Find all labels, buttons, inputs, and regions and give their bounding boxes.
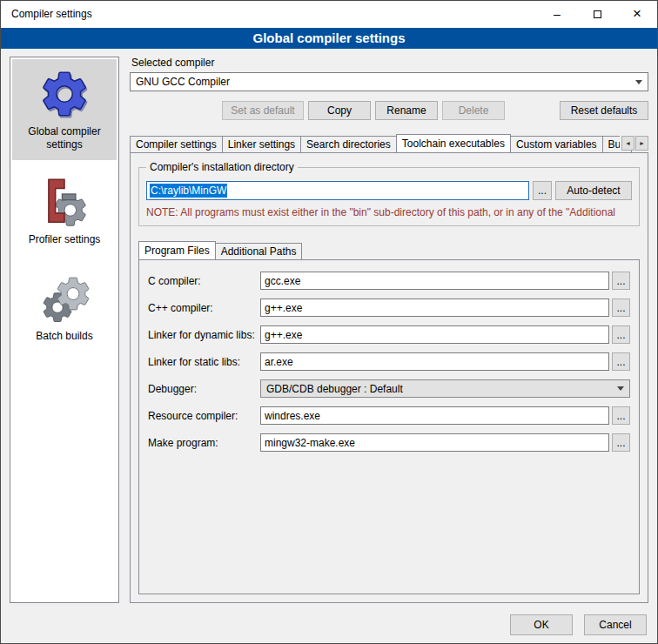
form-row-resource-compiler: Resource compiler: ... <box>148 406 630 425</box>
tab-compiler-settings[interactable]: Compiler settings <box>130 136 223 152</box>
debugger-label: Debugger: <box>148 383 260 395</box>
debugger-value: GDB/CDB debugger : Default <box>266 383 403 395</box>
tab-linker-settings[interactable]: Linker settings <box>222 136 301 152</box>
c-compiler-input[interactable] <box>260 272 609 290</box>
gray-gears-icon <box>37 272 91 325</box>
form-row-make-program: Make program: ... <box>148 433 630 452</box>
minimize-button[interactable]: – <box>537 1 577 27</box>
delete-button[interactable]: Delete <box>442 101 505 120</box>
tab-scroll-controls: ◄ ► <box>620 136 648 151</box>
copy-button[interactable]: Copy <box>308 101 371 120</box>
make-program-input[interactable] <box>260 433 609 452</box>
tab-search-directories[interactable]: Search directories <box>300 136 397 152</box>
make-program-browse-button[interactable]: ... <box>612 433 630 452</box>
sidebar-item-label: Batch builds <box>15 330 114 343</box>
subtab-program-files[interactable]: Program Files <box>138 241 216 259</box>
tab-toolchain-executables[interactable]: Toolchain executables <box>396 134 511 152</box>
tab-custom-variables[interactable]: Custom variables <box>510 136 603 152</box>
tab-scroll-right-icon[interactable]: ► <box>635 136 648 151</box>
minimize-icon: – <box>554 7 561 21</box>
rename-button[interactable]: Rename <box>375 101 438 120</box>
cpp-compiler-input[interactable] <box>260 299 609 317</box>
c-compiler-label: C compiler: <box>148 275 260 287</box>
installation-path-value: C:\raylib\MinGW <box>150 184 227 198</box>
chevron-down-icon <box>613 381 628 396</box>
sidebar-item-profiler-settings[interactable]: Profiler settings <box>12 167 117 255</box>
close-icon: × <box>633 5 641 23</box>
settings-category-sidebar: Global compiler settings Profiler settin… <box>10 57 119 603</box>
program-files-panel: C compiler: ... C++ compiler: ... Linker… <box>138 259 640 594</box>
resource-compiler-input[interactable] <box>260 406 609 425</box>
sidebar-item-batch-builds[interactable]: Batch builds <box>12 264 117 352</box>
sidebar-item-label: Profiler settings <box>15 233 114 246</box>
debugger-dropdown[interactable]: GDB/CDB debugger : Default <box>260 379 630 398</box>
linker-static-label: Linker for static libs: <box>148 356 260 368</box>
linker-static-input[interactable] <box>260 352 609 371</box>
resource-compiler-label: Resource compiler: <box>148 410 260 422</box>
selected-compiler-label: Selected compiler <box>131 57 648 69</box>
set-as-default-button[interactable]: Set as default <box>222 101 304 120</box>
program-files-tab-bar: Program Files Additional Paths <box>138 240 640 259</box>
form-row-cpp-compiler: C++ compiler: ... <box>148 299 630 317</box>
sidebar-item-global-compiler-settings[interactable]: Global compiler settings <box>12 59 117 160</box>
dialog-footer: OK Cancel <box>510 614 647 635</box>
toolchain-executables-panel: Compiler's installation directory C:\ray… <box>130 152 648 603</box>
form-row-linker-static: Linker for static libs: ... <box>148 352 630 371</box>
make-program-label: Make program: <box>148 437 260 449</box>
selected-compiler-dropdown[interactable]: GNU GCC Compiler <box>130 72 648 91</box>
c-compiler-browse-button[interactable]: ... <box>612 272 630 290</box>
form-row-c-compiler: C compiler: ... <box>148 272 630 290</box>
compiler-settings-dialog: Compiler settings – × Global compiler se… <box>0 0 658 644</box>
dialog-body: Global compiler settings Profiler settin… <box>1 50 657 643</box>
blue-gear-icon <box>37 67 91 121</box>
resource-compiler-browse-button[interactable]: ... <box>612 406 630 425</box>
compiler-actions-row: Set as default Copy Rename Delete Reset … <box>130 101 648 120</box>
browse-path-button[interactable]: ... <box>533 181 552 200</box>
auto-detect-button[interactable]: Auto-detect <box>555 181 632 200</box>
window-title: Compiler settings <box>1 8 92 20</box>
sidebar-item-label: Global compiler settings <box>15 125 114 151</box>
maximize-button[interactable] <box>577 1 617 27</box>
linker-dynamic-browse-button[interactable]: ... <box>612 325 630 344</box>
window-controls: – × <box>537 1 657 27</box>
linker-dynamic-label: Linker for dynamic libs: <box>148 329 260 341</box>
settings-tab-bar: Compiler settings Linker settings Search… <box>130 133 648 152</box>
installation-directory-groupbox: Compiler's installation directory C:\ray… <box>138 167 640 226</box>
tab-scroll-left-icon[interactable]: ◄ <box>621 136 634 151</box>
linker-dynamic-input[interactable] <box>260 325 609 344</box>
reset-defaults-button[interactable]: Reset defaults <box>560 101 648 120</box>
installation-path-row: C:\raylib\MinGW ... Auto-detect <box>146 181 632 200</box>
profiler-tool-icon <box>37 175 91 229</box>
linker-static-browse-button[interactable]: ... <box>612 352 630 371</box>
installation-path-input[interactable]: C:\raylib\MinGW <box>146 181 529 200</box>
cpp-compiler-browse-button[interactable]: ... <box>612 299 630 317</box>
cpp-compiler-label: C++ compiler: <box>148 302 260 314</box>
bin-subdirectory-note: NOTE: All programs must exist either in … <box>146 206 632 218</box>
ok-button[interactable]: OK <box>510 614 573 635</box>
form-row-linker-dynamic: Linker for dynamic libs: ... <box>148 325 630 344</box>
installation-directory-title: Compiler's installation directory <box>146 161 298 173</box>
cancel-button[interactable]: Cancel <box>584 614 647 635</box>
main-content: Selected compiler GNU GCC Compiler Set a… <box>130 57 648 603</box>
selected-compiler-value: GNU GCC Compiler <box>136 76 230 88</box>
dialog-header: Global compiler settings <box>1 28 657 49</box>
maximize-icon <box>594 10 601 18</box>
form-row-debugger: Debugger: GDB/CDB debugger : Default <box>148 379 630 398</box>
close-button[interactable]: × <box>617 1 657 27</box>
subtab-additional-paths[interactable]: Additional Paths <box>215 243 303 259</box>
titlebar[interactable]: Compiler settings – × <box>1 1 657 28</box>
chevron-down-icon <box>631 74 647 90</box>
